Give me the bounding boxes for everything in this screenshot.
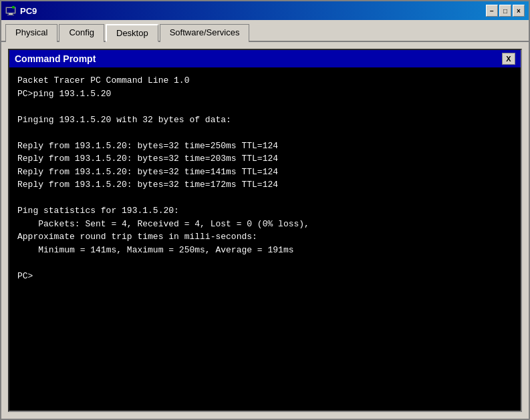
- content-area: Command Prompt X Packet Tracer PC Comman…: [1, 42, 529, 419]
- command-prompt-window: Command Prompt X Packet Tracer PC Comman…: [8, 49, 522, 412]
- cmd-close-button[interactable]: X: [502, 53, 515, 65]
- svg-rect-3: [7, 15, 14, 15]
- cmd-title-text: Command Prompt: [15, 53, 96, 64]
- title-bar: PC9 − □ ×: [1, 1, 529, 20]
- tabs-bar: Physical Config Desktop Software/Service…: [1, 20, 529, 42]
- window-title: PC9: [20, 6, 486, 16]
- minimize-button[interactable]: −: [486, 5, 498, 17]
- maximize-button[interactable]: □: [499, 5, 511, 17]
- app-icon: [5, 5, 16, 16]
- close-button[interactable]: ×: [513, 5, 525, 17]
- svg-rect-1: [7, 8, 15, 13]
- tab-desktop[interactable]: Desktop: [106, 24, 158, 42]
- window-controls: − □ ×: [486, 5, 525, 17]
- svg-rect-2: [9, 13, 13, 15]
- tab-config[interactable]: Config: [59, 24, 104, 42]
- main-window: PC9 − □ × Physical Config Desktop Softwa…: [0, 0, 530, 420]
- cmd-title-bar: Command Prompt X: [9, 50, 521, 67]
- tab-software[interactable]: Software/Services: [160, 24, 250, 42]
- tab-physical[interactable]: Physical: [5, 24, 57, 42]
- cmd-output[interactable]: Packet Tracer PC Command Line 1.0 PC>pin…: [9, 67, 521, 411]
